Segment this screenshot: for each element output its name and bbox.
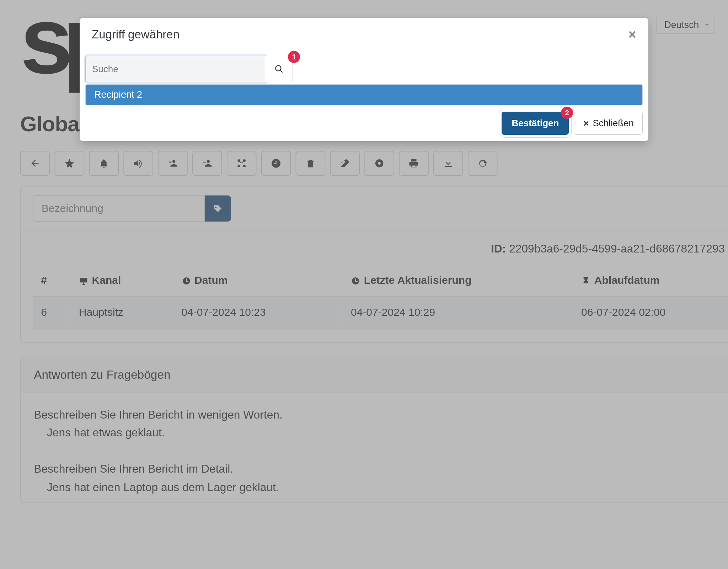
confirm-badge: 2 — [561, 107, 573, 119]
close-icon — [583, 120, 590, 127]
close-icon: × — [628, 27, 636, 42]
recipient-dropdown: Recipient 2 — [85, 84, 643, 105]
recipient-option[interactable]: Recipient 2 — [86, 85, 642, 105]
search-icon — [274, 64, 284, 74]
search-badge: 1 — [288, 51, 300, 63]
modal-title: Zugriff gewähren — [92, 28, 180, 41]
grant-access-modal: Zugriff gewähren × 1 Recipient 2 Bestäti… — [80, 18, 648, 141]
close-button[interactable]: Schließen — [574, 112, 643, 135]
modal-body: 1 Recipient 2 — [80, 50, 648, 108]
modal-footer: Bestätigen 2 Schließen — [80, 108, 648, 141]
confirm-button[interactable]: Bestätigen 2 — [502, 112, 569, 135]
modal-close-x[interactable]: × — [628, 28, 636, 41]
recipient-search-group: 1 — [85, 56, 293, 82]
recipient-search-input[interactable] — [85, 56, 265, 82]
modal-header: Zugriff gewähren × — [80, 18, 648, 50]
